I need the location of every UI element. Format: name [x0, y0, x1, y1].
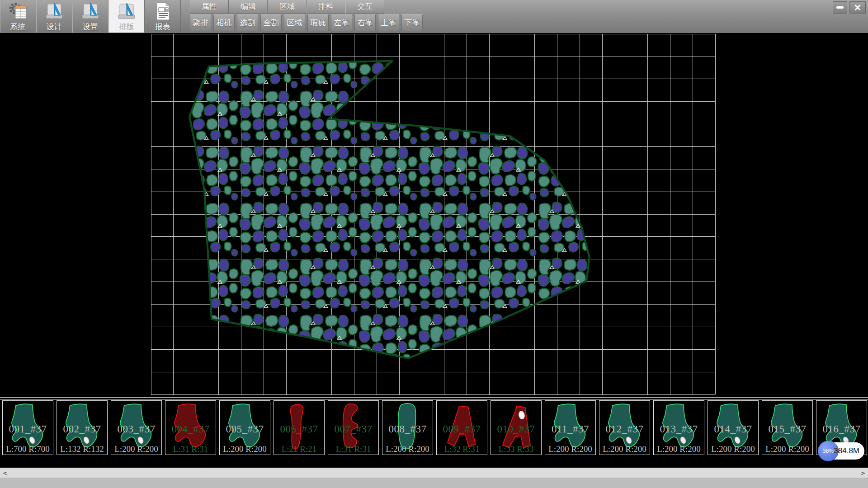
piece-name-label: 003_#37 [111, 423, 161, 435]
thumbnail-strip-separator [0, 397, 868, 398]
piece-name-label: 004_#37 [165, 423, 216, 435]
tool-align-right[interactable]: 右靠 [354, 14, 376, 31]
piece-thumbnail-003_#37[interactable]: 003_#37L:200 R:200 [111, 400, 162, 455]
piece-name-label: 011_#37 [545, 423, 595, 435]
ruler-icon [116, 1, 137, 21]
piece-thumbnail-strip: 001_#37L:700 R:700002_#37L:132 R:132003_… [0, 400, 868, 455]
nested-pieces-fill[interactable] [189, 61, 590, 358]
tool-button-bar: 聚排相机选割全割区域瑕疵左靠右靠上靠下靠 [190, 14, 423, 32]
tool-align-left[interactable]: 左靠 [331, 14, 352, 31]
tool-defect[interactable]: 瑕疵 [307, 14, 329, 31]
menu-tab-bar: 属性编辑区域排料交互 [190, 0, 384, 14]
piece-name-label: 001_#37 [3, 423, 53, 435]
nav-button-report-label: 报表 [155, 23, 170, 32]
piece-lr-count-label: L:31 R:31 [328, 444, 378, 454]
application-window: 系统设计设置排版报表 属性编辑区域排料交互 聚排相机选割全割区域瑕疵左靠右靠上靠… [0, 0, 868, 488]
piece-name-label: 015_#37 [762, 423, 812, 435]
piece-name-label: 007_#37 [328, 423, 378, 435]
tool-select-cut[interactable]: 选割 [237, 14, 258, 31]
minimize-button[interactable] [833, 1, 847, 14]
piece-lr-count-label: L:200 R:200 [708, 444, 758, 454]
close-button[interactable]: ✕ [849, 1, 866, 14]
nav-button-system-label: 系统 [10, 23, 26, 32]
close-icon: ✕ [854, 2, 862, 13]
piece-lr-count-label: L:132 R:132 [57, 444, 107, 454]
piece-name-label: 013_#37 [654, 423, 704, 435]
piece-thumbnail-008_#37[interactable]: 008_#37L:200 R:200 [382, 400, 433, 455]
tab-nesting[interactable]: 排料 [307, 0, 345, 14]
window-controls: ✕ [833, 1, 866, 14]
piece-lr-count-label: L:200 R:200 [599, 444, 650, 454]
piece-thumbnail-009_#37[interactable]: 009_#37L:32 R:31 [436, 400, 487, 455]
piece-thumbnail-015_#37[interactable]: 015_#37L:200 R:200 [762, 400, 813, 455]
scroll-left-arrow[interactable]: < [0, 468, 10, 478]
nav-button-design-label: 设计 [47, 23, 62, 32]
tab-properties[interactable]: 属性 [190, 0, 229, 14]
main-button-bar: 系统设计设置排版报表 [0, 0, 181, 33]
piece-name-label: 016_#37 [816, 423, 867, 435]
piece-thumbnail-010_#37[interactable]: 010_#37L:33 R:33 [491, 400, 542, 455]
piece-name-label: 008_#37 [382, 423, 433, 435]
tool-region[interactable]: 区域 [284, 14, 305, 31]
piece-lr-count-label: L:33 R:33 [491, 444, 541, 454]
piece-thumbnail-005_#37[interactable]: 005_#37L:200 R:200 [219, 400, 270, 455]
tab-interact[interactable]: 交互 [345, 0, 384, 14]
nav-button-design[interactable]: 设计 [36, 0, 72, 33]
nav-button-layout-label: 排版 [119, 23, 134, 32]
tool-cut-all[interactable]: 全割 [260, 14, 282, 31]
ribbon-toolbar: 系统设计设置排版报表 属性编辑区域排料交互 聚排相机选割全割区域瑕疵左靠右靠上靠… [0, 0, 868, 33]
piece-name-label: 014_#37 [708, 423, 758, 435]
hide-nesting-view[interactable] [0, 33, 868, 397]
scroll-right-arrow[interactable]: > [858, 468, 868, 478]
report-icon [152, 1, 173, 21]
piece-lr-count-label: L:200 R:200 [762, 444, 812, 454]
tool-align-bottom[interactable]: 下靠 [401, 14, 423, 31]
piece-thumbnail-013_#37[interactable]: 013_#37L:200 R:200 [653, 400, 704, 455]
piece-thumbnail-007_#37[interactable]: 007_#37L:31 R:31 [328, 400, 379, 455]
piece-thumbnail-011_#37[interactable]: 011_#37L:200 R:200 [545, 400, 596, 455]
piece-lr-count-label: L:32 R:31 [437, 444, 487, 454]
nav-button-report[interactable]: 报表 [145, 0, 181, 33]
piece-lr-count-label: L:700 R:700 [3, 444, 53, 454]
piece-thumbnail-001_#37[interactable]: 001_#37L:700 R:700 [2, 400, 53, 455]
tab-edit[interactable]: 编辑 [229, 0, 268, 14]
piece-name-label: 010_#37 [491, 423, 541, 435]
piece-thumbnail-012_#37[interactable]: 012_#37L:200 R:200 [599, 400, 650, 455]
nav-button-system[interactable]: 系统 [0, 0, 36, 33]
piece-name-label: 009_#37 [437, 423, 487, 435]
piece-lr-count-label: L:200 R:200 [545, 444, 595, 454]
piece-thumbnail-006_#37[interactable]: 006_#37L:21 R:21 [274, 400, 325, 455]
piece-name-label: 005_#37 [220, 423, 270, 435]
horizontal-scrollbar[interactable]: < > [0, 468, 868, 478]
nav-button-layout[interactable]: 排版 [108, 0, 145, 33]
piece-thumbnail-014_#37[interactable]: 014_#37L:200 R:200 [708, 400, 759, 455]
piece-name-label: 006_#37 [274, 423, 324, 435]
thumbnail-strip-separator-inner [0, 399, 868, 400]
tab-region[interactable]: 区域 [268, 0, 307, 14]
piece-name-label: 002_#37 [57, 423, 107, 435]
nav-button-settings-label: 设置 [83, 23, 98, 32]
nesting-canvas[interactable] [0, 33, 868, 397]
nav-button-settings[interactable]: 设置 [72, 0, 108, 33]
memory-usage-label: 384.8M [834, 442, 859, 460]
piece-thumbnail-002_#37[interactable]: 002_#37L:132 R:132 [57, 400, 108, 455]
tool-align-top[interactable]: 上靠 [378, 14, 399, 31]
tool-cluster-nest[interactable]: 聚排 [190, 14, 211, 31]
minimize-icon [836, 6, 844, 9]
tool-camera[interactable]: 相机 [213, 14, 235, 31]
ruler-icon [80, 1, 101, 21]
piece-lr-count-label: L:200 R:200 [111, 444, 161, 454]
ruler-icon [44, 1, 65, 21]
piece-lr-count-label: L:200 R:200 [220, 444, 270, 454]
window-bottom-edge [0, 478, 868, 488]
status-pill: 38% 384.8M [818, 442, 864, 460]
gear-table-icon [8, 1, 28, 21]
piece-thumbnail-004_#37[interactable]: 004_#37L:31 R:31 [165, 400, 216, 455]
piece-lr-count-label: L:31 R:31 [165, 444, 216, 454]
piece-lr-count-label: L:21 R:21 [274, 444, 324, 454]
piece-lr-count-label: L:200 R:200 [382, 444, 433, 454]
piece-lr-count-label: L:200 R:200 [654, 444, 704, 454]
piece-name-label: 012_#37 [599, 423, 650, 435]
